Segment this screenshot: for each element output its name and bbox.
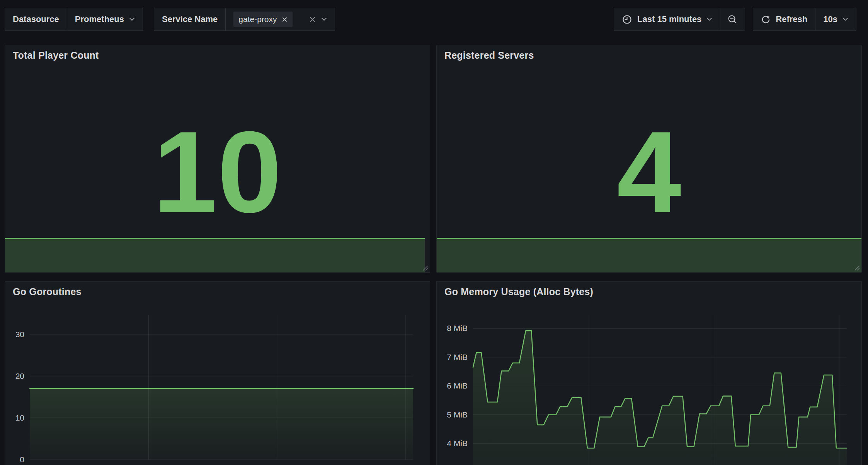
panel-title[interactable]: Go Memory Usage (Alloc Bytes) xyxy=(444,286,593,297)
clear-selection-icon[interactable] xyxy=(309,16,316,23)
refresh-group: Refresh 10s xyxy=(753,8,856,31)
panel-registered-servers: Registered Servers 4 xyxy=(436,45,862,273)
service-name-label: Service Name xyxy=(154,8,225,31)
refresh-label: Refresh xyxy=(776,14,807,24)
panel-title[interactable]: Registered Servers xyxy=(444,50,534,61)
panel-go-goroutines: Go Goroutines 0102030 xyxy=(5,281,430,465)
svg-text:10: 10 xyxy=(15,413,24,422)
svg-text:0: 0 xyxy=(20,455,24,464)
toolbar-time-controls: Last 15 minutes xyxy=(614,8,856,31)
stat-value: 10 xyxy=(153,114,282,230)
datasource-picker[interactable]: Prometheus xyxy=(67,8,143,31)
toolbar-variables: Datasource Prometheus Service Name gate-… xyxy=(5,8,335,31)
refresh-interval-value: 10s xyxy=(823,14,837,24)
chevron-down-icon xyxy=(842,17,848,21)
svg-text:6 MiB: 6 MiB xyxy=(447,381,468,390)
service-name-picker[interactable]: gate-proxy xyxy=(225,8,334,31)
time-range-value: Last 15 minutes xyxy=(637,14,701,24)
grafana-dashboard: Datasource Prometheus Service Name gate-… xyxy=(0,0,868,465)
service-name-tag-label: gate-proxy xyxy=(238,15,277,24)
svg-text:5 MiB: 5 MiB xyxy=(447,410,468,419)
datasource-value: Prometheus xyxy=(75,14,124,24)
panel-total-player-count: Total Player Count 10 xyxy=(5,45,430,273)
svg-text:7 MiB: 7 MiB xyxy=(447,353,468,361)
chevron-down-icon xyxy=(706,17,712,21)
stat-sparkline xyxy=(437,238,861,272)
stat-value: 4 xyxy=(617,114,681,230)
svg-text:4 MiB: 4 MiB xyxy=(447,439,468,448)
panel-title[interactable]: Total Player Count xyxy=(13,50,99,61)
time-picker-group: Last 15 minutes xyxy=(614,8,745,31)
chevron-down-icon xyxy=(321,17,327,21)
panel-resize-handle[interactable] xyxy=(853,264,860,271)
refresh-button[interactable]: Refresh xyxy=(753,8,815,31)
refresh-interval-picker[interactable]: 10s xyxy=(815,8,856,31)
dashboard-toolbar: Datasource Prometheus Service Name gate-… xyxy=(5,8,856,31)
clock-icon xyxy=(622,14,632,25)
magnifier-minus-icon xyxy=(727,14,738,25)
svg-text:8 MiB: 8 MiB xyxy=(447,324,468,333)
zoom-out-button[interactable] xyxy=(720,8,745,31)
stat-sparkline xyxy=(5,238,425,272)
memory-line-chart[interactable]: 4 MiB5 MiB6 MiB7 MiB8 MiB xyxy=(437,282,862,465)
variable-datasource: Datasource Prometheus xyxy=(5,8,143,31)
time-range-picker[interactable]: Last 15 minutes xyxy=(614,8,720,31)
panel-title[interactable]: Go Goroutines xyxy=(13,286,82,297)
variable-service-name: Service Name gate-proxy xyxy=(154,8,335,31)
datasource-label: Datasource xyxy=(5,8,67,31)
panel-resize-handle[interactable] xyxy=(422,264,429,271)
service-name-tag[interactable]: gate-proxy xyxy=(233,12,292,27)
panel-go-memory-usage: Go Memory Usage (Alloc Bytes) 4 MiB5 MiB… xyxy=(436,281,862,465)
svg-text:20: 20 xyxy=(15,372,24,380)
circular-arrows-icon xyxy=(761,15,771,24)
goroutines-line-chart[interactable]: 0102030 xyxy=(5,282,430,465)
chevron-down-icon xyxy=(129,17,135,21)
panel-grid: Total Player Count 10 Registered Servers… xyxy=(5,45,862,465)
remove-tag-icon[interactable] xyxy=(282,17,288,22)
svg-text:30: 30 xyxy=(15,330,24,339)
